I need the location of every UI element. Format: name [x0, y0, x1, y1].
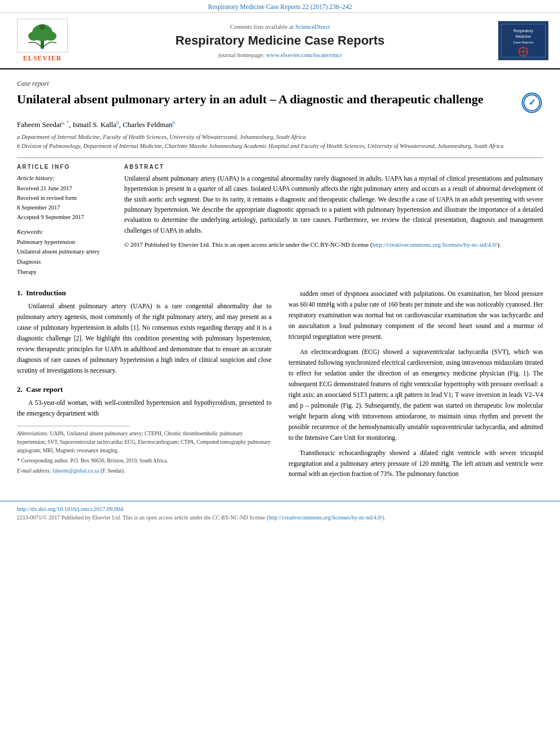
svg-point-4: [45, 32, 56, 41]
issn-line: 2213-0071/© 2017 Published by Elsevier L…: [17, 514, 543, 521]
author3-sup: b: [173, 120, 176, 125]
section2-body: A 53-year-old woman, with well-controlle…: [17, 397, 272, 419]
cc-license-link[interactable]: http://creativecommons.org/licenses/by-n…: [373, 241, 498, 248]
cover-svg: Respiratory Medicine Case Reports: [498, 21, 548, 60]
accepted-date: Accepted 9 September 2017: [17, 213, 113, 222]
abstract-header: ABSTRACT: [124, 164, 543, 170]
article-info-abstract-row: ARTICLE INFO Article history: Received 2…: [17, 164, 543, 277]
elsevier-logo-area: ELSEVIER: [11, 19, 73, 63]
article-title: Unilateral absent pulmonary artery in an…: [17, 91, 512, 108]
crossmark-badge[interactable]: ✓: [520, 91, 543, 114]
journal-header-center: Contents lists available at ScienceDirec…: [73, 23, 487, 58]
keyword-1: Pulmonary hypertension: [17, 237, 113, 247]
svg-text:Case Reports: Case Reports: [513, 41, 533, 44]
body-section: 1. Introduction Unilateral absent pulmon…: [17, 289, 543, 484]
abstract-col: ABSTRACT Unilateral absent pulmonary art…: [124, 164, 543, 277]
crossmark-icon: ✓: [522, 93, 542, 113]
journal-homepage: journal homepage: www.elsevier.com/locat…: [85, 51, 475, 58]
journal-homepage-link[interactable]: www.elsevier.com/locate/rmcr: [266, 51, 342, 58]
corresponding-text: P.O. Box 96630, Brixton, 2019, South Afr…: [70, 458, 168, 464]
sciencedirect-link[interactable]: ScienceDirect: [295, 23, 330, 30]
footnotes: Abbreviations: UAPA, Unilateral absent p…: [17, 430, 272, 476]
elsevier-wordmark: ELSEVIER: [23, 54, 62, 63]
issn-end: ).: [382, 514, 386, 521]
copyright-line: © 2017 Published by Elsevier Ltd. This i…: [124, 240, 543, 250]
author1-sup: a, *: [62, 120, 69, 125]
received-revised-label: Received in revised form: [17, 194, 113, 203]
elsevier-logo-image: [17, 19, 68, 53]
email-footnote: E-mail address: faheem@global.co.za (F. …: [17, 467, 272, 475]
journal-cover-image: Respiratory Medicine Case Reports: [498, 21, 549, 60]
footnote-divider: [17, 426, 130, 426]
author2-name: , Ismail S. Kalla: [69, 120, 116, 129]
section1-title: 1. Introduction: [17, 289, 272, 298]
body-right-col: sudden onset of dyspnoea associated with…: [288, 289, 543, 484]
article-divider: [17, 158, 543, 158]
elsevier-tree-svg: [20, 20, 65, 51]
issn-text: 2213-0071/© 2017 Published by Elsevier L…: [17, 514, 269, 521]
email-link[interactable]: faheem@global.co.za: [53, 468, 99, 474]
doi-link[interactable]: http://dx.doi.org/10.1016/j.rmcr.2017.09…: [17, 506, 123, 512]
keywords-label: Keywords:: [17, 228, 113, 235]
svg-point-3: [28, 32, 40, 41]
body-two-col: 1. Introduction Unilateral absent pulmon…: [17, 289, 543, 484]
journal-header: ELSEVIER Contents lists available at Sci…: [0, 13, 560, 69]
svg-text:✓: ✓: [528, 98, 536, 107]
keyword-2: Unilateral absent pulmonary artery: [17, 247, 113, 257]
svg-text:Medicine: Medicine: [515, 34, 531, 38]
article-info-header: ARTICLE INFO: [17, 164, 113, 170]
svg-text:Respiratory: Respiratory: [514, 29, 533, 33]
journal-cover: Respiratory Medicine Case Reports: [487, 21, 549, 60]
article-history: Article history: Received 21 June 2017 R…: [17, 173, 113, 222]
copyright-end: ).: [497, 241, 501, 248]
received-date: Received 21 June 2017: [17, 184, 113, 194]
keywords-section: Keywords: Pulmonary hypertension Unilate…: [17, 228, 113, 277]
author3-name: , Charles Feldman: [119, 120, 173, 129]
corresponding-label: * Corresponding author.: [17, 458, 69, 464]
authors-line: Faheem Seedata, *, Ismail S. Kallab, Cha…: [17, 120, 543, 129]
abbreviations-label: Abbreviations:: [17, 431, 49, 436]
copyright-text: © 2017 Published by Elsevier Ltd. This i…: [124, 241, 373, 248]
received-revised-date: 8 September 2017: [17, 203, 113, 213]
keyword-4: Therapy: [17, 267, 113, 277]
main-content: Case report Unilateral absent pulmonary …: [0, 69, 560, 490]
affiliations: a Department of Internal Medicine, Facul…: [17, 133, 543, 151]
abstract-text: Unilateral absent pulmonary artery (UAPA…: [124, 173, 543, 235]
bottom-bar: http://dx.doi.org/10.1016/j.rmcr.2017.09…: [0, 501, 560, 526]
keyword-3: Diagnosis: [17, 257, 113, 267]
crossmark-svg: ✓: [523, 94, 541, 112]
body-left-col: 1. Introduction Unilateral absent pulmon…: [17, 289, 272, 484]
issn-cc-link[interactable]: http://creativecommons.org/licenses/by-n…: [269, 514, 382, 521]
article-title-row: Unilateral absent pulmonary artery in an…: [17, 91, 543, 114]
affiliation-b: b Division of Pulmonology, Department of…: [17, 142, 543, 151]
corresponding-footnote: * Corresponding author. P.O. Box 96630, …: [17, 457, 272, 465]
author1-name: Faheem Seedat: [17, 120, 62, 129]
section2-title: 2. Case report: [17, 385, 272, 394]
right-body-text: sudden onset of dyspnoea associated with…: [288, 289, 543, 479]
abbreviations-footnote: Abbreviations: UAPA, Unilateral absent p…: [17, 430, 272, 456]
history-label: Article history:: [17, 173, 113, 184]
svg-point-5: [40, 24, 45, 30]
journal-citation: Respiratory Medicine Case Reports 22 (20…: [208, 3, 352, 10]
contents-availability: Contents lists available at ScienceDirec…: [85, 23, 475, 30]
article-type-label: Case report: [17, 75, 543, 88]
section1-body: Unilateral absent pulmonary artery (UAPA…: [17, 301, 272, 376]
abbreviations-text: UAPA, Unilateral absent pulmonary artery…: [17, 431, 271, 453]
email-suffix: (F. Seedat).: [100, 468, 125, 474]
affiliation-a: a Department of Internal Medicine, Facul…: [17, 133, 543, 142]
email-label: E-mail address:: [17, 468, 51, 474]
elsevier-logo: ELSEVIER: [11, 19, 73, 63]
journal-citation-bar: Respiratory Medicine Case Reports 22 (20…: [0, 0, 560, 13]
doi-line: http://dx.doi.org/10.1016/j.rmcr.2017.09…: [17, 506, 543, 512]
article-info-col: ARTICLE INFO Article history: Received 2…: [17, 164, 113, 277]
journal-title: Respiratory Medicine Case Reports: [85, 33, 475, 48]
